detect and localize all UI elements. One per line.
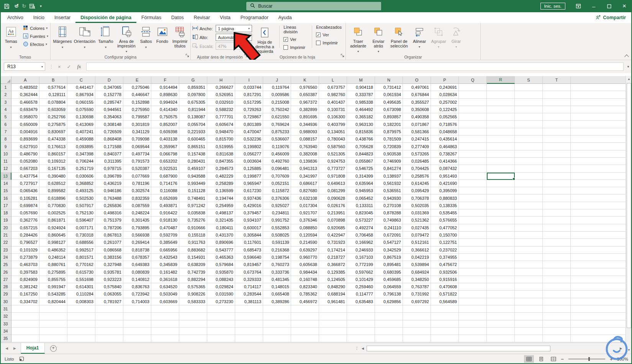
column-header-R[interactable]: R	[487, 76, 515, 84]
row-header-17[interactable]: 17	[0, 202, 11, 209]
cell-E2[interactable]: 0,446647	[123, 91, 151, 98]
cell-B11[interactable]: 0,109312	[39, 158, 67, 165]
ribbon-tab-insertar[interactable]: Insertar	[49, 12, 75, 23]
cell-C10[interactable]: 0,347398	[67, 150, 95, 158]
cell-I29[interactable]: 0,283544	[235, 291, 263, 298]
cell-G2[interactable]: 0,097800	[179, 91, 207, 98]
cell-K7[interactable]: 0,988093	[291, 128, 319, 135]
horizontal-scrollbar[interactable]: ◀ ▶	[360, 345, 624, 352]
cell-R15[interactable]	[487, 187, 515, 194]
cell-G14[interactable]: 0,993449	[179, 180, 207, 187]
cell-O5[interactable]: 0,490358	[403, 113, 431, 121]
cell-T10[interactable]	[543, 150, 571, 158]
cell-I27[interactable]: 0,329333	[235, 276, 263, 283]
cell-B16[interactable]: 0,618896	[39, 194, 67, 202]
cell-D31[interactable]	[95, 305, 123, 313]
cell-H19[interactable]: 0,321435	[207, 217, 235, 224]
cell-F25[interactable]: 0,345839	[151, 261, 179, 268]
cell-R16[interactable]	[487, 194, 515, 202]
cell-J16[interactable]: 0,376306	[263, 194, 291, 202]
cell-F4[interactable]: 0,414340	[151, 106, 179, 113]
cell-R35[interactable]	[487, 335, 515, 342]
cell-R32[interactable]	[487, 313, 515, 320]
cell-E4[interactable]: 0,275950	[123, 106, 151, 113]
cell-I28[interactable]: 0,714117	[235, 283, 263, 291]
cell-O24[interactable]: 0,042219	[403, 254, 431, 261]
cell-E12[interactable]: 0,520387	[123, 165, 151, 172]
cell-D12[interactable]: 0,978715	[95, 165, 123, 172]
cell-R8[interactable]	[487, 135, 515, 143]
cell-G32[interactable]	[179, 313, 207, 320]
column-header-A[interactable]: A	[11, 76, 39, 84]
cell-G18[interactable]: 0,035838	[179, 209, 207, 217]
cell-F7[interactable]: 0,609398	[151, 128, 179, 135]
sheet-tab-hoja1[interactable]: Hoja1	[21, 343, 45, 354]
cell-F13[interactable]: 0,687900	[151, 173, 179, 180]
cell-D35[interactable]	[95, 335, 123, 342]
opciones-dialog-launcher-icon[interactable]	[341, 52, 344, 59]
cell-N20[interactable]: 0,241110	[375, 224, 403, 232]
cell-E18[interactable]: 0,248224	[123, 209, 151, 217]
cell-H7[interactable]: 0,948470	[207, 128, 235, 135]
row-header-16[interactable]: 16	[0, 194, 11, 202]
cell-K32[interactable]	[291, 313, 319, 320]
cell-S22[interactable]	[515, 239, 543, 246]
cell-C12[interactable]: 0,251719	[67, 165, 95, 172]
cell-Q26[interactable]	[459, 268, 487, 276]
cell-I33[interactable]	[235, 320, 263, 328]
cell-A33[interactable]	[11, 320, 39, 328]
cell-R2[interactable]	[487, 91, 515, 98]
cell-K30[interactable]: 0,456972	[291, 298, 319, 305]
ancho-dropdown[interactable]: 1 página▾	[216, 25, 252, 32]
area-impresion-button[interactable]: Área de impresión▾	[115, 24, 138, 54]
cell-N9[interactable]: 0,720839	[375, 143, 403, 150]
cell-P34[interactable]	[431, 328, 459, 335]
row-header-30[interactable]: 30	[0, 298, 11, 305]
cell-I17[interactable]: 0,429016	[235, 202, 263, 209]
cell-P29[interactable]: 0,571822	[431, 291, 459, 298]
cell-I11[interactable]: 0,003604	[235, 158, 263, 165]
cell-K18[interactable]: 0,921707	[291, 209, 319, 217]
cell-C1[interactable]: 0,441417	[67, 84, 95, 91]
cell-F23[interactable]: 0,665956	[151, 246, 179, 254]
cell-R20[interactable]	[487, 224, 515, 232]
cell-A17[interactable]: 0,699874	[11, 202, 39, 209]
cell-A26[interactable]: 0,397583	[11, 268, 39, 276]
cell-D7[interactable]: 0,726509	[95, 128, 123, 135]
cell-T23[interactable]	[543, 246, 571, 254]
cell-S13[interactable]	[515, 173, 543, 180]
cell-B1[interactable]: 0,577614	[39, 84, 67, 91]
cell-L21[interactable]: 0,422947	[319, 232, 347, 239]
cell-D30[interactable]: 0,781927	[95, 298, 123, 305]
cell-L25[interactable]: 0,366872	[319, 261, 347, 268]
cell-F27[interactable]: 0,361618	[151, 276, 179, 283]
cell-P28[interactable]: 0,470608	[431, 283, 459, 291]
cell-S19[interactable]	[515, 217, 543, 224]
cell-C20[interactable]: 0,007171	[67, 224, 95, 232]
cell-A3[interactable]: 0,466578	[11, 99, 39, 106]
cell-R6[interactable]	[487, 121, 515, 128]
cell-J32[interactable]	[263, 313, 291, 320]
cell-L15[interactable]: 0,081299	[319, 187, 347, 194]
cell-H32[interactable]	[207, 313, 235, 320]
previous-sheet-icon[interactable]: ◀	[5, 346, 8, 350]
cell-J10[interactable]: 0,456009	[263, 150, 291, 158]
cell-R29[interactable]	[487, 291, 515, 298]
cell-M10[interactable]: 0,844823	[347, 150, 375, 158]
cell-H26[interactable]: 0,935870	[207, 268, 235, 276]
cell-T14[interactable]	[543, 180, 571, 187]
cell-B20[interactable]: 0,924924	[39, 224, 67, 232]
cell-J30[interactable]: 0,389286	[263, 298, 291, 305]
cell-A14[interactable]: 0,727917	[11, 180, 39, 187]
cell-E19[interactable]: 0,301435	[123, 217, 151, 224]
cell-H3[interactable]: 0,032910	[207, 99, 235, 106]
cell-D16[interactable]: 0,763488	[95, 194, 123, 202]
cell-N12[interactable]: 0,841274	[375, 165, 403, 172]
cell-L24[interactable]: 0,218727	[319, 254, 347, 261]
cell-H35[interactable]	[207, 335, 235, 342]
cell-K25[interactable]: 0,605638	[291, 261, 319, 268]
cell-Q11[interactable]	[459, 158, 487, 165]
row-header-21[interactable]: 21	[0, 232, 11, 239]
cell-A32[interactable]	[11, 313, 39, 320]
ribbon-tab-fórmulas[interactable]: Fórmulas	[136, 12, 166, 23]
